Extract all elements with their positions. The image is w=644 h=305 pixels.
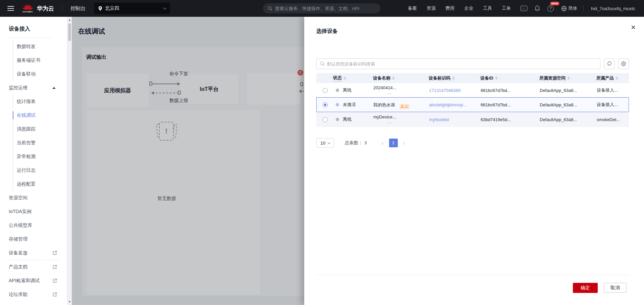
sidebar-item-anomaly-detection[interactable]: 异常检测 xyxy=(13,150,67,163)
account-username[interactable]: hid_7oa3uuxfq_muxtc xyxy=(591,6,635,11)
table-header-row: 状态 设备名称 设备标识码 设备ID 所属资源空间 所属产品 xyxy=(316,73,629,83)
top-navbar: HUAWEI 华为云 控制台 北京四 备案 资源 费用 企业 工具 工单 >_ … xyxy=(0,0,644,17)
table-row[interactable]: 离线 20240414...... 1713147048389 661bc67d… xyxy=(316,83,629,97)
notification-bell-icon[interactable] xyxy=(535,5,540,11)
node-id-link[interactable]: myNodeId xyxy=(429,117,449,122)
global-search-input[interactable] xyxy=(275,6,376,11)
scrollbar-thumb[interactable] xyxy=(68,23,71,41)
language-switcher[interactable]: 简体 xyxy=(561,5,577,11)
product: smokeDet... xyxy=(597,117,629,122)
device-name-overflow: ... xyxy=(373,90,429,95)
brand-title[interactable]: 华为云 xyxy=(37,5,54,12)
real-device-tag: 真实 xyxy=(399,104,410,109)
column-header-node-id[interactable]: 设备标识码 xyxy=(429,75,480,81)
huawei-logo: HUAWEI xyxy=(23,4,33,13)
status-text: 离线 xyxy=(343,87,352,93)
nav-link-tools[interactable]: 工具 xyxy=(483,5,492,11)
sidebar-item-iotda-instances[interactable]: IoTDA实例 xyxy=(9,205,67,218)
footer-divider xyxy=(316,275,629,275)
cli-terminal-icon[interactable]: >_ xyxy=(521,6,527,11)
next-page-icon[interactable]: › xyxy=(403,140,405,147)
current-page-button[interactable]: 1 xyxy=(389,139,398,147)
column-header-device-id[interactable]: 设备ID xyxy=(480,75,539,81)
sidebar: 设备接入 数据转发 服务端证书 设备联动 监控运维 统计报表 在线调试 消息跟踪… xyxy=(0,17,72,305)
sidebar-item-device-provisioning[interactable]: 设备发放 xyxy=(9,246,67,260)
sidebar-item-run-logs[interactable]: 运行日志 xyxy=(13,163,67,177)
nav-link-enterprise[interactable]: 企业 xyxy=(464,5,473,11)
hamburger-menu-icon[interactable] xyxy=(7,6,14,11)
help-icon[interactable]: ? NEW xyxy=(547,5,554,12)
sort-icon[interactable] xyxy=(343,77,346,80)
console-link[interactable]: 控制台 xyxy=(70,5,86,12)
sidebar-item-message-trace[interactable]: 消息跟踪 xyxy=(13,122,67,136)
scroll-down-icon[interactable]: ▼ xyxy=(67,300,72,303)
cancel-button[interactable]: 取消 xyxy=(604,283,627,293)
table-settings-button[interactable] xyxy=(618,58,629,69)
device-search-input[interactable] xyxy=(327,61,589,66)
node-id-link[interactable]: abcdefghijklmnop... xyxy=(429,102,467,107)
device-name-overflow: ... xyxy=(373,119,429,124)
sort-icon[interactable] xyxy=(452,77,455,80)
nav-link-tickets[interactable]: 工单 xyxy=(502,5,511,11)
sidebar-item-data-forwarding[interactable]: 数据转发 xyxy=(13,40,67,53)
nav-link-billing[interactable]: 费用 xyxy=(445,5,454,11)
sort-icon[interactable] xyxy=(615,77,618,80)
device-name: myDevice... xyxy=(373,114,429,119)
globe-icon xyxy=(561,6,567,11)
external-link-icon xyxy=(53,292,57,297)
sidebar-section-monitoring[interactable]: 监控运维 xyxy=(9,81,67,95)
resource-space: DefaultApp_63a8... xyxy=(540,117,597,122)
radio-button[interactable] xyxy=(323,117,328,122)
sidebar-item-device-linkage[interactable]: 设备联动 xyxy=(13,67,67,81)
search-refresh-button[interactable] xyxy=(604,58,615,69)
search-button-icon xyxy=(607,61,612,66)
region-selector[interactable]: 北京四 xyxy=(94,3,170,14)
sidebar-item-product-docs[interactable]: 产品文档 xyxy=(9,260,67,274)
sidebar-item-resource-spaces[interactable]: 资源空间 xyxy=(9,191,67,205)
nav-link-resources[interactable]: 资源 xyxy=(427,5,436,11)
external-link-icon xyxy=(53,278,57,283)
sidebar-divider xyxy=(9,38,52,38)
sidebar-item-api-explorer[interactable]: API检索和调试 xyxy=(9,274,67,288)
total-count: 总条数：3 xyxy=(345,140,367,146)
gear-icon xyxy=(621,61,626,66)
sidebar-item-forum-help[interactable]: 论坛求助 xyxy=(9,288,67,301)
huawei-logo-text: HUAWEI xyxy=(23,11,33,13)
sidebar-item-online-debug[interactable]: 在线调试 xyxy=(13,108,67,122)
node-id-link[interactable]: 1713147048389 xyxy=(429,88,461,93)
table-row[interactable]: 离线 myDevice...... myNodeId 63bd7419e5d..… xyxy=(316,112,629,127)
sidebar-item-model-library[interactable]: 公共模型库 xyxy=(9,218,67,232)
status-text: 离线 xyxy=(343,116,352,122)
sort-icon[interactable] xyxy=(495,77,498,80)
device-id: 63bd7419e5d... xyxy=(481,117,540,122)
column-header-status[interactable]: 状态 xyxy=(333,75,373,82)
scroll-up-icon[interactable]: ▲ xyxy=(67,18,72,21)
radio-button-checked[interactable] xyxy=(323,102,328,107)
sidebar-item-remote-config[interactable]: 远程配置 xyxy=(13,177,67,191)
column-header-resource-space[interactable]: 所属资源空间 xyxy=(539,75,596,81)
sidebar-item-current-alarms[interactable]: 当前告警 xyxy=(13,136,67,150)
table-row-selected[interactable]: 未激活 我的热水器真实 abcdefghijklmnop... 661bc67d… xyxy=(316,97,629,112)
device-table: 状态 设备名称 设备标识码 设备ID 所属资源空间 所属产品 xyxy=(316,73,629,127)
device-search-row xyxy=(316,58,629,69)
navbar-right-group: 备案 资源 费用 企业 工具 工单 >_ ? NEW 简体 hid_7oa3uu… xyxy=(408,0,644,17)
confirm-button[interactable]: 确定 xyxy=(573,283,598,293)
global-search[interactable] xyxy=(263,3,380,13)
column-header-product[interactable]: 所属产品 xyxy=(596,75,629,81)
huawei-flower-icon xyxy=(23,4,33,10)
prev-page-icon[interactable]: ‹ xyxy=(382,140,384,147)
device-search-box[interactable] xyxy=(316,58,600,69)
page-size-select[interactable]: 10 xyxy=(316,138,334,148)
sort-icon[interactable] xyxy=(392,77,395,80)
nav-link-beian[interactable]: 备案 xyxy=(408,5,417,11)
status-dot xyxy=(336,103,339,106)
sidebar-item-statistics[interactable]: 统计报表 xyxy=(13,95,67,108)
sidebar-item-server-cert[interactable]: 服务端证书 xyxy=(13,53,67,67)
sort-icon[interactable] xyxy=(567,77,570,80)
column-header-device-name[interactable]: 设备名称 xyxy=(373,75,429,81)
radio-button[interactable] xyxy=(323,88,328,93)
sidebar-item-storage[interactable]: 存储管理 xyxy=(9,232,67,246)
navbar-divider xyxy=(62,5,62,11)
sidebar-scrollbar[interactable]: ▲ ▼ xyxy=(67,17,72,305)
close-icon[interactable]: ✕ xyxy=(629,23,637,32)
